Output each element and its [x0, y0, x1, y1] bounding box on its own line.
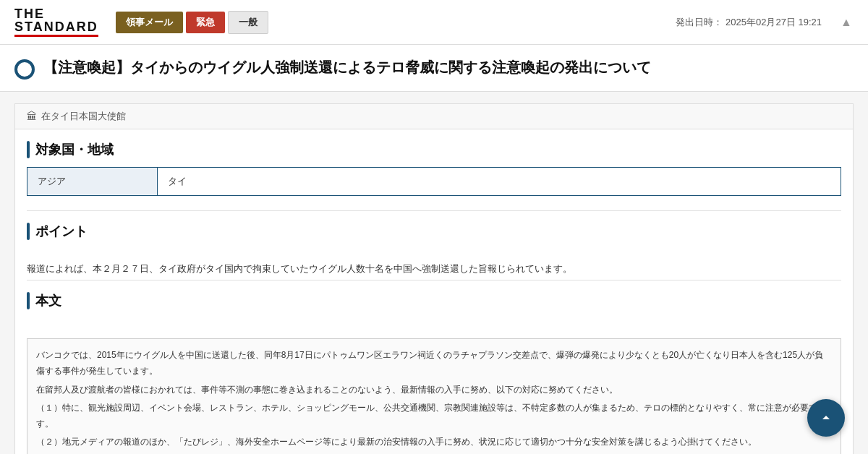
date-value: 2025年02月27日 19:21 — [726, 17, 822, 27]
main-content[interactable]: 【注意喚起】タイからのウイグル人強制送還によるテロ脅威に関する注意喚起の発出につ… — [0, 45, 868, 454]
logo-underline — [14, 35, 98, 37]
point-section: ポイント — [15, 211, 853, 260]
point-text: 報道によれば、本２月２７日、タイ政府がタイ国内で拘束していたウイグル人数十名を中… — [15, 260, 853, 277]
content-card: 🏛 在タイ日本国大使館 対象国・地域 アジア タイ — [14, 103, 854, 454]
scroll-indicator: ▲ — [839, 15, 854, 30]
scroll-to-top-button[interactable] — [807, 399, 845, 437]
logo: THE STANDARD — [14, 7, 98, 37]
logo-the: THE — [14, 7, 45, 20]
app: THE STANDARD 領事メール 緊急 一般 発出日時： 2025年02月2… — [0, 0, 868, 454]
point-section-header: ポイント — [27, 223, 841, 240]
section-bar-3 — [27, 292, 30, 309]
region-label: アジア — [27, 168, 158, 196]
body-section: 本文 — [15, 280, 853, 330]
embassy-name: 在タイ日本国大使館 — [41, 110, 126, 123]
target-section: 対象国・地域 アジア タイ — [15, 129, 853, 207]
tag-ryoji-button[interactable]: 領事メール — [116, 12, 183, 33]
body-section-title: 本文 — [35, 292, 61, 309]
section-bar-2 — [27, 223, 30, 240]
date-label: 発出日時： — [676, 17, 723, 27]
title-area: 【注意喚起】タイからのウイグル人強制送還によるテロ脅威に関する注意喚起の発出につ… — [0, 45, 868, 92]
target-table: アジア タイ — [27, 167, 841, 196]
embassy-header: 🏛 在タイ日本国大使館 — [15, 104, 853, 129]
header-date: 発出日時： 2025年02月27日 19:21 — [676, 16, 822, 29]
body-section-header: 本文 — [27, 292, 841, 309]
section-bar — [27, 141, 30, 158]
target-section-title: 対象国・地域 — [35, 141, 114, 158]
tag-kinkyu-button[interactable]: 緊急 — [186, 12, 225, 33]
country-value: タイ — [158, 168, 841, 196]
article-title: 【注意喚起】タイからのウイグル人強制送還によるテロ脅威に関する注意喚起の発出につ… — [43, 56, 651, 78]
table-row: アジア タイ — [27, 168, 841, 196]
header: THE STANDARD 領事メール 緊急 一般 発出日時： 2025年02月2… — [0, 0, 868, 45]
point-section-title: ポイント — [35, 223, 88, 240]
tag-ippan-button[interactable]: 一般 — [228, 11, 268, 34]
embassy-icon: 🏛 — [27, 111, 37, 122]
tag-area: 領事メール 緊急 一般 — [116, 11, 665, 34]
target-section-header: 対象国・地域 — [27, 141, 841, 158]
circle-icon — [14, 59, 35, 80]
body-text-box[interactable]: バンコクでは、2015年にウイグル人を中国に送還した後、同年8月17日にパトゥム… — [27, 338, 841, 454]
logo-standard: STANDARD — [14, 20, 98, 33]
